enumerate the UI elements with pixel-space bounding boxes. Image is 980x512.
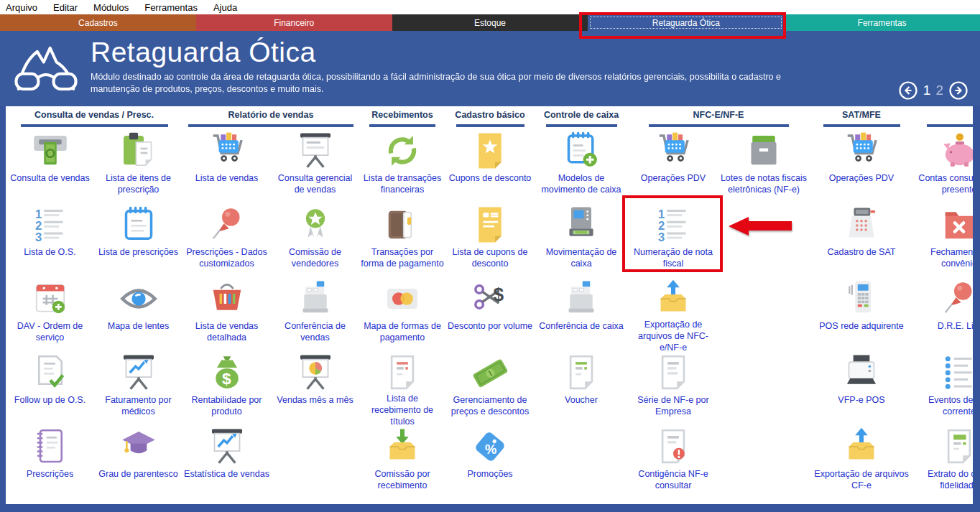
module-item[interactable]: Lista de vendas detalhada — [182, 276, 271, 350]
tab-estoque[interactable]: Estoque — [392, 14, 588, 31]
module-item[interactable]: DAV - Ordem de serviço — [6, 276, 94, 350]
page-number-2[interactable]: 2 — [935, 83, 943, 98]
annotation-arrow — [729, 217, 792, 236]
module-group: Consulta de vendas / Presc.Consulta de v… — [6, 108, 182, 498]
tab-cadastros[interactable]: Cadastros — [0, 14, 196, 31]
shopping-cart-icon — [653, 131, 693, 172]
module-item-label: Desconto por volume — [446, 320, 534, 332]
module-item[interactable]: Comissão de vendedores — [271, 203, 359, 276]
next-page-button[interactable] — [948, 80, 969, 101]
module-item-label: Modelos de movimento de caixa — [535, 172, 628, 196]
group-header: Cadastro básico — [445, 110, 535, 124]
group-header: Recebimentos — [359, 110, 445, 124]
module-item-label: Operações PDV — [828, 172, 895, 184]
module-item[interactable]: Estatística de vendas — [182, 424, 271, 498]
module-item[interactable]: Modelos de movimento de caixa — [535, 129, 628, 203]
module-item[interactable]: VFP-e POS — [809, 350, 914, 424]
pagination: 1 2 — [898, 80, 969, 101]
scissors-dollar-icon: $ — [470, 279, 510, 320]
module-item[interactable]: Lista de prescrições — [94, 203, 182, 276]
group-header-underline — [456, 124, 524, 127]
cash-register-icon — [295, 279, 336, 320]
menu-arquivo[interactable]: Arquivo — [6, 2, 37, 13]
module-item[interactable]: Cupons de desconto — [445, 129, 535, 203]
tab-ferramentas[interactable]: Ferramentas — [784, 14, 980, 31]
module-item-label: Lotes de notas fiscais eletrônicas (NF-e… — [718, 172, 809, 196]
module-group: Cadastro básicoCupons de descontoLista d… — [445, 108, 535, 498]
notepad-icon — [119, 205, 159, 246]
page-number-1[interactable]: 1 — [923, 83, 931, 98]
module-item[interactable]: %Promoções — [445, 424, 535, 498]
tab-financeiro[interactable]: Financeiro — [196, 14, 392, 31]
module-item[interactable]: Conferência de vendas — [271, 276, 359, 350]
module-item[interactable]: Exportação de arquivos de NFC-e/NF-e — [628, 276, 718, 350]
module-item[interactable]: Fechamento d convênio — [914, 203, 980, 276]
module-item[interactable]: Gerenciamento de preços e descontos — [445, 350, 535, 424]
module-item[interactable]: $Rentabilidade por produto — [182, 350, 271, 424]
module-item[interactable]: Contigência NF-e consultar — [628, 424, 718, 498]
module-item[interactable]: Lista de transações financeiras — [359, 129, 445, 203]
module-item[interactable]: Prescrições - Dados customizados — [182, 203, 271, 276]
module-item[interactable]: Transações por forma de pagamento — [359, 203, 445, 276]
menu-modulos[interactable]: Módulos — [93, 2, 129, 13]
module-item[interactable]: Lista de vendas — [182, 129, 271, 203]
module-item[interactable]: Cadastro de SAT — [809, 203, 914, 276]
prev-page-button[interactable] — [898, 80, 918, 101]
module-item[interactable]: Consulta de vendas — [6, 129, 94, 203]
svg-text:$: $ — [222, 368, 231, 387]
money-bag-icon: $ — [207, 353, 247, 394]
document-check-icon — [30, 353, 70, 394]
module-item[interactable]: Conferência de caixa — [535, 276, 628, 350]
module-item[interactable]: Lista de recebimento de títulos — [359, 350, 445, 424]
menu-ajuda[interactable]: Ajuda — [213, 2, 237, 13]
module-item[interactable]: Movimentação de caixa — [535, 203, 628, 276]
board-chart-icon — [119, 353, 159, 394]
group-header-underline — [823, 124, 900, 127]
discount-tag-icon: % — [470, 427, 510, 468]
tab-retaguarda-otica[interactable]: Retaguarda Ótica — [588, 14, 784, 31]
module-item[interactable]: Operações PDV — [628, 129, 718, 203]
piggy-bank-icon — [939, 131, 979, 172]
group-header-underline — [927, 124, 980, 127]
module-item[interactable]: Lotes de notas fiscais eletrônicas (NF-e… — [718, 129, 809, 203]
module-item[interactable]: Mapa de formas de pagamento — [359, 276, 445, 350]
basket-icon — [207, 279, 247, 320]
svg-text:1: 1 — [658, 208, 665, 221]
sync-arrows-icon — [382, 131, 422, 172]
module-item[interactable]: $Desconto por volume — [445, 276, 535, 350]
module-item[interactable]: Eventos de con corrente — [914, 350, 980, 424]
module-item[interactable]: Consulta gerencial de vendas — [271, 129, 359, 203]
module-item[interactable]: 123Numeração de nota fiscal — [628, 203, 718, 276]
module-item[interactable]: Comissão por recebimento — [359, 424, 445, 498]
module-item[interactable]: D.R.E. Lite — [914, 276, 980, 350]
module-item[interactable]: Série de NF-e por Empresa — [628, 350, 718, 424]
module-item-label: Lista de vendas — [194, 172, 260, 184]
module-item[interactable]: Contas consum vale presente — [914, 129, 980, 203]
group-header: SAT/MFE — [809, 110, 914, 124]
module-item-label: Grau de parentesco — [97, 468, 180, 480]
menu-editar[interactable]: Editar — [53, 2, 78, 13]
module-item[interactable]: Prescrições — [6, 424, 94, 498]
page-yellow-icon — [470, 205, 510, 246]
pos-terminal-icon — [841, 279, 882, 320]
module-item[interactable]: Follow up de O.S. — [6, 350, 94, 424]
module-item[interactable]: POS rede adquirente — [809, 276, 914, 350]
atm-money-icon — [30, 131, 70, 172]
module-item[interactable]: Grau de parentesco — [94, 424, 182, 498]
module-item[interactable]: Operações PDV — [809, 129, 914, 203]
module-item[interactable]: Exportação de arquivos CF-e — [809, 424, 914, 498]
module-item[interactable]: 123Lista de O.S. — [6, 203, 94, 276]
module-group: RecebimentosLista de transações financei… — [359, 108, 445, 498]
module-item[interactable]: Mapa de lentes — [94, 276, 182, 350]
module-item[interactable]: Voucher — [535, 350, 628, 424]
wallet-icon — [382, 205, 422, 246]
module-item-label: Operações PDV — [639, 172, 707, 184]
module-item[interactable]: Faturamento por médicos — [94, 350, 182, 424]
module-group: Relatório de vendasLista de vendasConsul… — [182, 108, 359, 498]
module-item[interactable]: Lista de itens de prescrição — [94, 129, 182, 203]
pushpin-icon — [939, 279, 979, 320]
menu-ferramentas[interactable]: Ferramentas — [144, 2, 198, 13]
module-item[interactable]: Extrato do cartã fidelidade — [914, 424, 980, 498]
module-item[interactable]: Vendas mês a mês — [271, 350, 359, 424]
module-item[interactable]: Lista de cupons de desconto — [445, 203, 535, 276]
